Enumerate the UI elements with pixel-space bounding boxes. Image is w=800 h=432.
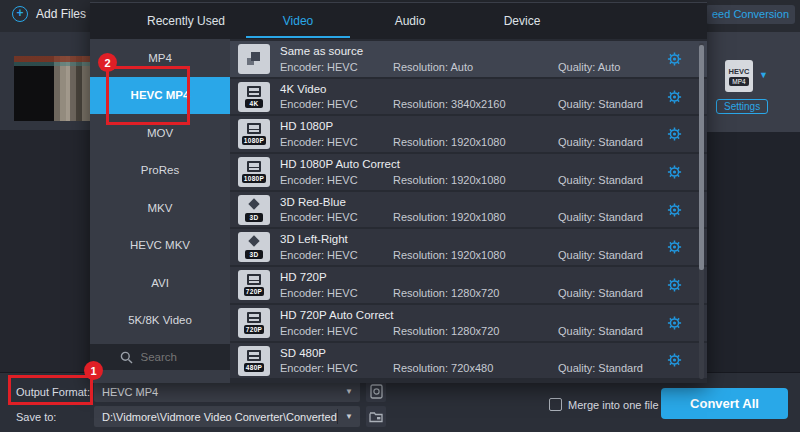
format-quality: Quality: Standard <box>558 174 643 186</box>
sidebar-format-item[interactable]: ProRes <box>90 152 230 190</box>
sidebar-item-label: HEVC MKV <box>130 239 190 251</box>
format-resolution: Resolution: 1280x720 <box>393 287 499 299</box>
format-resolution: Resolution: 3840x2160 <box>393 98 506 110</box>
file-list-empty-area <box>707 132 800 372</box>
format-quality: Quality: Standard <box>558 249 643 261</box>
sidebar-item-label: MP4 <box>148 52 172 64</box>
format-name: SD 480P <box>280 347 326 359</box>
gear-icon[interactable] <box>667 315 682 330</box>
dialog-tab[interactable]: Video <box>242 3 354 39</box>
gear-icon[interactable] <box>667 353 682 368</box>
format-quality: Quality: Standard <box>558 136 643 148</box>
format-type-icon: 3D <box>238 232 270 262</box>
annotation-step-1-badge: 1 <box>84 361 103 380</box>
format-name: 3D Left-Right <box>280 233 348 245</box>
tab-label: Video <box>283 14 313 28</box>
format-name: Same as source <box>280 45 363 57</box>
list-scrollbar[interactable] <box>699 43 704 379</box>
format-row[interactable]: 720P HD 720P Auto Correct Encoder: HEVC … <box>230 305 707 341</box>
annotation-rect-hevc-mp4 <box>106 66 190 125</box>
resolution-badge: 480P <box>244 363 264 372</box>
plus-icon: + <box>12 6 28 22</box>
tab-label: Recently Used <box>147 14 225 28</box>
dialog-tab[interactable]: Device <box>466 3 578 39</box>
format-resolution: Resolution: 1920x1080 <box>393 136 506 148</box>
format-row[interactable]: 1080P HD 1080P Auto Correct Encoder: HEV… <box>230 154 707 190</box>
format-resolution: Resolution: 1280x720 <box>393 325 499 337</box>
format-row[interactable]: Same as source Encoder: HEVC Resolution:… <box>230 41 707 77</box>
file-gear-icon <box>370 384 383 399</box>
format-name: HD 720P <box>280 271 327 283</box>
film-frame-icon <box>247 123 261 134</box>
format-resolution: Resolution: 720x480 <box>393 362 493 374</box>
folder-icon <box>369 411 383 423</box>
format-row[interactable]: 1080P HD 1080P Encoder: HEVC Resolution:… <box>230 116 707 152</box>
resolution-badge: 1080P <box>242 136 266 145</box>
gear-icon[interactable] <box>667 164 682 179</box>
sidebar-item-label: AVI <box>151 277 169 289</box>
open-folder-button[interactable] <box>366 406 386 427</box>
film-frame-icon <box>247 161 261 172</box>
output-format-value: HEVC MP4 <box>94 386 338 398</box>
gear-icon[interactable] <box>667 89 682 104</box>
same-as-source-icon <box>251 52 260 61</box>
gear-icon[interactable] <box>667 277 682 292</box>
gear-icon[interactable] <box>667 51 682 66</box>
gear-icon[interactable] <box>667 240 682 255</box>
format-quality: Quality: Standard <box>558 287 643 299</box>
format-type-icon: 4K <box>238 82 270 112</box>
format-row[interactable]: 4K 4K Video Encoder: HEVC Resolution: 38… <box>230 79 707 115</box>
format-name: HD 720P Auto Correct <box>280 309 394 321</box>
format-encoder: Encoder: HEVC <box>280 325 358 337</box>
profile-settings-button[interactable] <box>366 381 386 402</box>
add-files-button[interactable]: + Add Files ▼ <box>12 6 101 22</box>
format-name: HD 1080P <box>280 120 333 132</box>
format-row[interactable]: 720P HD 720P Encoder: HEVC Resolution: 1… <box>230 267 707 303</box>
format-row[interactable]: 3D 3D Red-Blue Encoder: HEVC Resolution:… <box>230 192 707 228</box>
app-window: + Add Files ▼ eed Conversion HEVC MP4 ▼ … <box>0 0 800 432</box>
format-encoder: Encoder: HEVC <box>280 136 358 148</box>
format-encoder: Encoder: HEVC <box>280 174 358 186</box>
dialog-tab[interactable]: Recently Used <box>130 3 242 39</box>
gear-icon[interactable] <box>667 127 682 142</box>
format-name: 3D Red-Blue <box>280 196 346 208</box>
dialog-tab[interactable]: Audio <box>354 3 466 39</box>
format-encoder: Encoder: HEVC <box>280 61 358 73</box>
sidebar-format-item[interactable]: AVI <box>90 264 230 302</box>
search-input[interactable] <box>141 351 201 363</box>
output-format-badge[interactable]: HEVC MP4 <box>725 60 753 92</box>
sidebar-item-label: ProRes <box>141 164 179 176</box>
format-type-icon: 3D <box>238 195 270 225</box>
settings-button[interactable]: Settings <box>716 99 768 114</box>
dropdown-caret-icon: ▼ <box>338 412 360 421</box>
format-type-icon: 1080P <box>238 119 270 149</box>
convert-all-button[interactable]: Convert All <box>661 388 788 419</box>
format-quality: Quality: Standard <box>558 362 643 374</box>
format-dropdown-caret-icon[interactable]: ▼ <box>759 70 768 80</box>
format-chooser-dialog: Recently Used Video Audio Device <box>90 2 707 382</box>
resolution-badge: 720P <box>244 325 264 334</box>
format-resolution: Resolution: 1920x1080 <box>393 211 506 223</box>
format-type-icon: 720P <box>238 270 270 300</box>
output-format-dropdown[interactable]: HEVC MP4 ▼ <box>94 381 360 402</box>
format-encoder: Encoder: HEVC <box>280 211 358 223</box>
save-to-dropdown[interactable]: D:\Vidmore\Vidmore Video Converter\Conve… <box>94 406 360 427</box>
sidebar-format-item[interactable]: MKV <box>90 189 230 227</box>
annotation-rect-output-format <box>8 375 93 405</box>
gear-icon[interactable] <box>667 202 682 217</box>
save-to-label: Save to: <box>16 411 56 423</box>
sidebar-format-item[interactable]: 5K/8K Video <box>90 302 230 340</box>
film-frame-icon <box>247 312 261 323</box>
format-row[interactable]: 3D 3D Left-Right Encoder: HEVC Resolutio… <box>230 229 707 265</box>
sidebar-format-item[interactable]: HEVC MKV <box>90 227 230 265</box>
film-frame-icon <box>247 350 261 361</box>
format-quality: Quality: Standard <box>558 325 643 337</box>
resolution-badge: 3D <box>245 213 263 222</box>
format-badge-top: HEVC <box>729 67 750 76</box>
format-name: HD 1080P Auto Correct <box>280 158 400 170</box>
format-resolution: Resolution: 1920x1080 <box>393 249 506 261</box>
merge-checkbox[interactable] <box>549 398 562 411</box>
scrollbar-thumb[interactable] <box>699 45 704 270</box>
format-row[interactable]: 480P SD 480P Encoder: HEVC Resolution: 7… <box>230 343 707 379</box>
format-search[interactable] <box>90 344 230 370</box>
